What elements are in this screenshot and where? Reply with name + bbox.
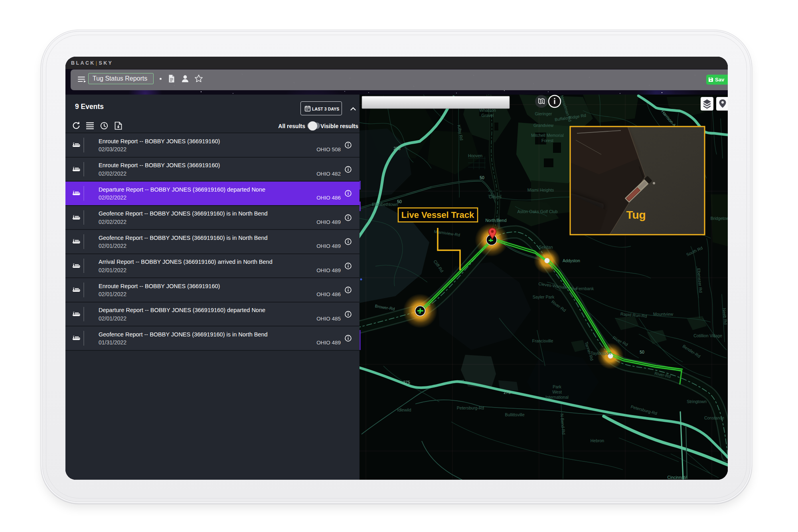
svg-text:Cincinnati/: Cincinnati/ [667, 475, 687, 480]
svg-text:Cleves: Cleves [489, 194, 502, 199]
svg-text:Hooven: Hooven [468, 153, 482, 158]
svg-text:Park: Park [553, 384, 561, 389]
svg-text:Fernbank: Fernbank [576, 286, 594, 291]
svg-text:Miami Heights: Miami Heights [527, 188, 554, 192]
svg-text:Constance: Constance [704, 415, 724, 420]
svg-text:Sayler Park: Sayler Park [533, 295, 555, 299]
svg-text:Addyston: Addyston [563, 258, 580, 263]
svg-text:50: 50 [640, 350, 644, 354]
svg-text:Sekitan: Sekitan [539, 245, 553, 249]
svg-text:Taylorsport: Taylorsport [591, 351, 611, 356]
svg-text:International: International [545, 395, 569, 399]
svg-text:275: 275 [393, 146, 401, 151]
svg-text:Idlewild: Idlewild [397, 407, 411, 412]
svg-text:Bullittsville: Bullittsville [505, 412, 524, 417]
svg-text:50: 50 [480, 175, 484, 180]
svg-text:Grandview: Grandview [533, 123, 554, 128]
svg-text:Mitchell Memorial: Mitchell Memorial [531, 133, 564, 138]
svg-text:Aston Oaks Golf Club: Aston Oaks Golf Club [518, 209, 558, 214]
svg-text:Gravel: Gravel [482, 113, 494, 118]
svg-text:Mountview: Mountview [653, 312, 674, 316]
svg-text:Petersburg-Rd: Petersburg-Rd [457, 405, 484, 410]
svg-text:Hebron: Hebron [591, 438, 604, 443]
svg-text:Cotillion Village: Cotillion Village [693, 333, 722, 338]
svg-text:Tug: Tug [626, 209, 646, 221]
svg-text:West: West [552, 390, 562, 394]
svg-text:Gieringer: Gieringer [535, 111, 552, 116]
svg-text:Elizabethtown: Elizabethtown [372, 202, 398, 207]
svg-text:North Bend: North Bend [485, 218, 506, 223]
svg-text:Bridgetown: Bridgetown [711, 216, 728, 221]
svg-text:50: 50 [397, 199, 402, 204]
svg-text:Francisville: Francisville [532, 338, 553, 343]
svg-text:Live Vessel Track: Live Vessel Track [401, 210, 474, 220]
svg-text:Stringtown: Stringtown [687, 399, 707, 404]
svg-text:275: 275 [504, 390, 511, 395]
svg-text:Forest: Forest [541, 138, 553, 143]
svg-text:275: 275 [403, 380, 410, 385]
